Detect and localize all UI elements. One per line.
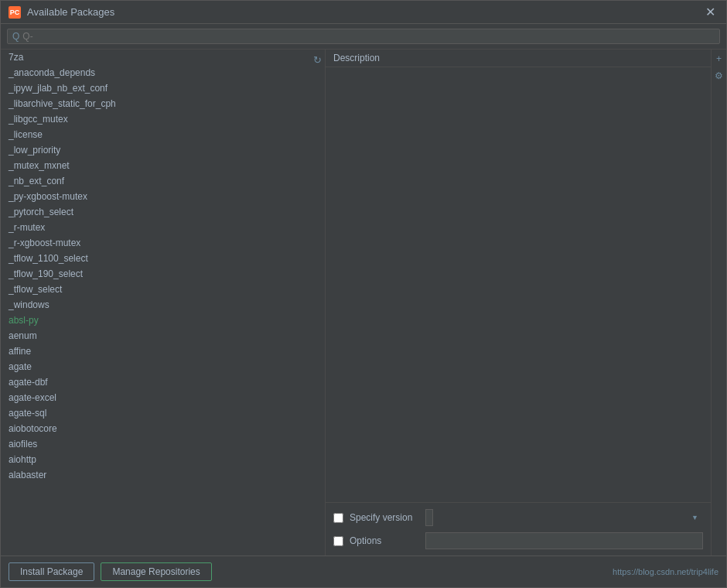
install-package-button[interactable]: Install Package (9, 562, 94, 581)
list-item[interactable]: agate-dbf (1, 374, 309, 390)
list-item[interactable]: aiobotocore (1, 421, 309, 436)
list-item[interactable]: aenum (1, 328, 309, 344)
options-checkbox[interactable] (333, 536, 343, 546)
list-item[interactable]: _low_priority (1, 142, 309, 158)
list-item[interactable]: _anaconda_depends (1, 65, 309, 80)
search-input[interactable] (22, 31, 715, 42)
footer-buttons: Install Package Manage Repositories (9, 562, 212, 581)
version-select[interactable] (425, 509, 433, 526)
description-content (326, 67, 711, 502)
list-item[interactable]: _tflow_190_select (1, 266, 309, 282)
add-action-button[interactable]: + (713, 53, 725, 65)
list-item[interactable]: _pytorch_select (1, 204, 309, 220)
description-header: Description (326, 50, 711, 67)
options-input[interactable] (425, 532, 703, 549)
list-item[interactable]: _tflow_select (1, 282, 309, 297)
list-item[interactable]: agate-excel (1, 390, 309, 405)
list-item[interactable]: _r-mutex (1, 220, 309, 235)
list-item[interactable]: _windows (1, 297, 309, 313)
list-item[interactable]: _ipyw_jlab_nb_ext_conf (1, 80, 309, 96)
list-item[interactable]: _mutex_mxnet (1, 158, 309, 173)
list-item[interactable]: _license (1, 127, 309, 142)
dialog: PC Available Packages ✕ Q 7za_anaconda_d… (0, 0, 727, 588)
options-section: Specify version Options (326, 502, 711, 556)
list-item[interactable]: _r-xgboost-mutex (1, 235, 309, 251)
footer: Install Package Manage Repositories http… (1, 556, 726, 587)
list-item[interactable]: _nb_ext_conf (1, 173, 309, 189)
list-item[interactable]: aiohttp (1, 452, 309, 467)
close-button[interactable]: ✕ (702, 6, 718, 19)
options-label: Options (350, 535, 419, 546)
specify-version-checkbox[interactable] (333, 513, 343, 523)
list-item[interactable]: _tflow_1100_select (1, 251, 309, 266)
list-with-refresh: 7za_anaconda_depends_ipyw_jlab_nb_ext_co… (1, 50, 325, 556)
search-wrapper: Q (7, 29, 720, 44)
list-item[interactable]: agate-sql (1, 405, 309, 421)
title-bar-left: PC Available Packages (9, 6, 114, 19)
list-item[interactable]: _libarchive_static_for_cph (1, 96, 309, 111)
list-refresh-col: ↻ (309, 50, 325, 556)
list-item[interactable]: alabaster (1, 467, 309, 483)
list-item[interactable]: _libgcc_mutex (1, 111, 309, 127)
refresh-button[interactable]: ↻ (312, 53, 323, 67)
settings-action-button[interactable]: ⚙ (713, 70, 725, 82)
panels: 7za_anaconda_depends_ipyw_jlab_nb_ext_co… (1, 50, 726, 556)
specify-version-label: Specify version (350, 512, 419, 523)
side-actions: + ⚙ (711, 50, 726, 556)
icon-label: PC (10, 9, 20, 16)
description-panel: Description Specify version Options (326, 50, 711, 556)
list-item[interactable]: absl-py (1, 313, 309, 328)
package-list-panel: 7za_anaconda_depends_ipyw_jlab_nb_ext_co… (1, 50, 326, 556)
app-icon: PC (9, 6, 21, 19)
list-item[interactable]: agate (1, 359, 309, 374)
search-icon: Q (12, 31, 19, 42)
list-item[interactable]: 7za (1, 50, 309, 65)
watermark: https://blog.csdn.net/trip4life (613, 567, 718, 576)
specify-version-row: Specify version (333, 509, 703, 526)
dialog-title: Available Packages (27, 6, 114, 18)
package-list-scroll[interactable]: 7za_anaconda_depends_ipyw_jlab_nb_ext_co… (1, 50, 309, 556)
manage-repositories-button[interactable]: Manage Repositories (101, 562, 211, 581)
version-select-wrapper (425, 509, 703, 526)
title-bar: PC Available Packages ✕ (1, 1, 726, 24)
list-item[interactable]: _py-xgboost-mutex (1, 189, 309, 204)
options-row: Options (333, 532, 703, 549)
search-bar: Q (1, 24, 726, 50)
list-item[interactable]: affine (1, 344, 309, 359)
list-item[interactable]: aiofiles (1, 436, 309, 452)
